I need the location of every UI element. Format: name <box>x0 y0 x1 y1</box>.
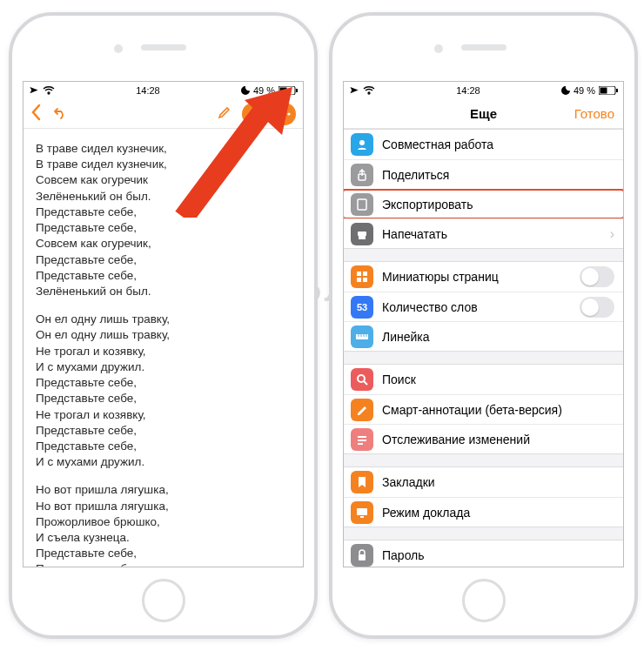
wifi-icon <box>43 86 55 95</box>
chevron-right-icon: › <box>610 226 614 242</box>
menu-item-label: Пароль <box>382 548 614 562</box>
menu-item-label: Смарт-аннотации (бета-версия) <box>382 403 614 417</box>
ruler-icon <box>351 326 373 348</box>
menu-item-search[interactable]: Поиск <box>344 365 623 394</box>
search-icon <box>351 368 373 391</box>
svg-rect-16 <box>357 278 361 282</box>
53-icon: 53 <box>351 296 373 319</box>
right-screen: 14:28 49 % Еще Готово Совместная работаП… <box>343 81 624 567</box>
share-icon <box>351 164 373 186</box>
svg-point-19 <box>358 375 365 382</box>
battery-icon <box>599 86 618 95</box>
menu-item-label: Линейка <box>382 330 614 344</box>
annotation-highlight <box>344 189 623 219</box>
track-icon <box>351 428 373 451</box>
present-icon <box>351 501 373 524</box>
menu-item-bookmark[interactable]: Закладки <box>344 467 623 497</box>
menu-item-53[interactable]: 53Количество слов <box>344 292 623 321</box>
menu-item-print[interactable]: Напечатать› <box>344 218 623 248</box>
svg-rect-21 <box>358 440 366 441</box>
menu-item-label: Закладки <box>382 475 614 489</box>
menu-item-label: Поиск <box>382 372 614 386</box>
status-time: 14:28 <box>456 85 480 96</box>
stanza: Но вот пришла лягушка,Но вот пришла лягу… <box>36 482 294 567</box>
menu-item-share[interactable]: Поделиться <box>344 159 623 189</box>
svg-rect-13 <box>358 232 366 236</box>
menu-item-track[interactable]: Отслеживание изменений <box>344 424 623 453</box>
menu-item-thumbs[interactable]: Миниатюры страниц <box>344 262 623 292</box>
menu-item-label: Миниатюры страниц <box>382 270 580 284</box>
more-navbar: Еще Готово <box>344 99 623 129</box>
done-button[interactable]: Готово <box>574 106 614 121</box>
lock-icon <box>351 544 373 567</box>
annotation-arrow <box>162 87 292 218</box>
thumbs-icon <box>351 265 373 288</box>
status-bar-r: 14:28 49 % <box>344 82 623 99</box>
stanza: Он ел одну лишь травку,Он ел одну лишь т… <box>36 312 294 470</box>
svg-rect-14 <box>357 272 361 276</box>
menu-item-annot[interactable]: Смарт-аннотации (бета-версия) <box>344 394 623 424</box>
svg-rect-22 <box>358 443 363 445</box>
menu-item-label: Количество слов <box>382 300 580 314</box>
menu-item-label: Напечатать <box>382 227 610 241</box>
menu-item-export[interactable]: Экспортировать <box>344 189 623 218</box>
airplane-icon <box>29 86 39 96</box>
menu-item-label: Режим доклада <box>382 506 614 520</box>
more-menu[interactable]: Совместная работаПоделитьсяЭкспортироват… <box>344 129 623 567</box>
collab-icon <box>351 133 373 156</box>
more-title: Еще <box>470 106 497 121</box>
moon-icon <box>561 86 570 95</box>
bookmark-icon <box>351 471 373 493</box>
menu-item-ruler[interactable]: Линейка <box>344 321 623 351</box>
wifi-icon <box>363 86 375 95</box>
svg-rect-24 <box>359 554 366 560</box>
airplane-icon <box>349 86 359 96</box>
svg-rect-15 <box>363 272 367 276</box>
svg-rect-8 <box>616 89 618 92</box>
toggle[interactable] <box>580 297 614 318</box>
toggle[interactable] <box>580 266 614 287</box>
print-icon <box>351 223 373 245</box>
annot-icon <box>351 399 373 421</box>
undo-button[interactable] <box>51 105 67 123</box>
svg-rect-2 <box>296 89 298 92</box>
menu-item-label: Отслеживание изменений <box>382 433 614 446</box>
menu-item-label: Совместная работа <box>382 138 614 151</box>
back-button[interactable] <box>30 104 43 124</box>
menu-item-label: Поделиться <box>382 168 614 182</box>
svg-rect-17 <box>363 278 367 282</box>
right-phone: 14:28 49 % Еще Готово Совместная работаП… <box>329 12 638 639</box>
status-time: 14:28 <box>136 85 160 96</box>
battery-text: 49 % <box>574 85 595 96</box>
svg-rect-20 <box>358 436 366 438</box>
svg-rect-7 <box>600 88 607 94</box>
menu-item-lock[interactable]: Пароль <box>344 540 623 567</box>
svg-rect-23 <box>357 508 367 515</box>
menu-item-present[interactable]: Режим доклада <box>344 497 623 527</box>
svg-point-9 <box>359 140 365 145</box>
menu-item-collab[interactable]: Совместная работа <box>344 130 623 159</box>
